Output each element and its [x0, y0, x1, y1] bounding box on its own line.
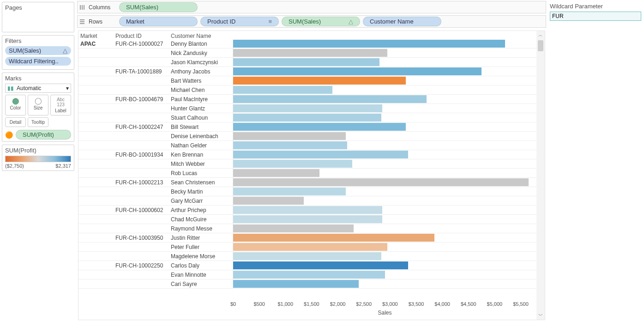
marks-type-dropdown[interactable]: ▮▮ Automatic ▾	[5, 84, 71, 93]
bar-cell[interactable]	[233, 261, 536, 270]
bar[interactable]	[233, 141, 347, 149]
rows-shelf[interactable]: Rows Market Product ID≡ SUM(Sales)△ Cust…	[77, 15, 546, 28]
marks-size-button[interactable]: ◯Size	[28, 95, 48, 115]
bar[interactable]	[233, 188, 346, 195]
pages-shelf[interactable]: Pages	[2, 2, 74, 32]
wildcard-parameter-input[interactable]	[550, 12, 641, 21]
bar[interactable]	[233, 40, 505, 48]
bar-cell[interactable]	[233, 270, 536, 279]
rows-pill-customer-name[interactable]: Customer Name	[363, 17, 441, 26]
color-legend: SUM(Profit) ($2,750) $2,317	[2, 145, 74, 171]
bar-cell[interactable]	[233, 215, 536, 224]
market-cell	[78, 270, 115, 279]
bar[interactable]	[233, 261, 408, 269]
customer-cell: Hunter Glantz	[171, 104, 233, 113]
bar[interactable]	[233, 151, 408, 158]
bar-cell[interactable]	[233, 178, 536, 187]
bar[interactable]	[233, 104, 382, 112]
bar[interactable]	[233, 67, 481, 75]
product-cell	[115, 49, 171, 58]
bar[interactable]	[233, 86, 332, 94]
customer-cell: Sean Christensen	[171, 178, 233, 187]
bar[interactable]	[233, 178, 529, 186]
filter-sum-sales[interactable]: SUM(Sales) △	[5, 46, 71, 55]
bar[interactable]	[233, 160, 352, 168]
market-cell	[78, 58, 115, 67]
bar-cell[interactable]	[233, 169, 536, 178]
bar-cell[interactable]	[233, 76, 536, 85]
bar-cell[interactable]	[233, 95, 536, 104]
bar[interactable]	[233, 252, 381, 260]
bar[interactable]	[233, 95, 427, 103]
bar[interactable]	[233, 169, 319, 177]
scroll-down-icon[interactable]: ﹀	[538, 312, 543, 319]
bar[interactable]	[233, 49, 387, 57]
bar-cell[interactable]	[233, 206, 536, 215]
bar-cell[interactable]	[233, 141, 536, 150]
table-row: Evan Minnotte	[78, 270, 536, 279]
columns-pill-sum-sales[interactable]: SUM(Sales)	[119, 2, 198, 12]
market-cell	[78, 279, 115, 289]
bar[interactable]	[233, 132, 346, 140]
marks-detail-button[interactable]: Detail	[5, 117, 26, 127]
bar-cell[interactable]	[233, 187, 536, 196]
filters-shelf[interactable]: Filters SUM(Sales) △ Wildcard Filtering.…	[2, 35, 74, 70]
bar[interactable]	[233, 114, 381, 122]
bar-cell[interactable]	[233, 85, 536, 95]
columns-shelf[interactable]: Columns SUM(Sales)	[77, 1, 546, 13]
bar-cell[interactable]	[233, 233, 536, 243]
rows-pill-market[interactable]: Market	[119, 17, 198, 26]
bar-cell[interactable]	[233, 67, 536, 76]
legend-gradient[interactable]	[5, 156, 71, 162]
customer-cell: Justin Ritter	[171, 233, 233, 243]
scroll-up-icon[interactable]: ︿	[538, 32, 543, 38]
bar-cell[interactable]	[233, 113, 536, 122]
bar[interactable]	[233, 280, 359, 288]
bar[interactable]	[233, 234, 434, 242]
bar[interactable]	[233, 215, 382, 223]
bar-cell[interactable]	[233, 243, 536, 252]
bar-cell[interactable]	[233, 224, 536, 233]
filter-wildcard[interactable]: Wildcard Filtering..	[5, 57, 71, 66]
marks-tooltip-button[interactable]: Tooltip	[28, 117, 48, 127]
bar-cell[interactable]	[233, 104, 536, 113]
marks-color-button[interactable]: ⬤Color	[5, 95, 26, 115]
bar[interactable]	[233, 243, 387, 251]
bar[interactable]	[233, 225, 354, 232]
table-row: FUR-CH-10002213Sean Christensen	[78, 178, 536, 187]
bar-cell[interactable]	[233, 196, 536, 206]
table-row: Stuart Calhoun	[78, 113, 536, 122]
bar-cell[interactable]	[233, 132, 536, 141]
header-market[interactable]: Market	[78, 33, 115, 39]
scroll-thumb[interactable]	[538, 40, 543, 51]
bar-cell[interactable]	[233, 49, 536, 58]
bar[interactable]	[233, 123, 406, 131]
bar-cell[interactable]	[233, 58, 536, 67]
bar[interactable]	[233, 206, 382, 214]
bar-cell[interactable]	[233, 159, 536, 169]
bar[interactable]	[233, 271, 385, 279]
bar-cell[interactable]	[233, 39, 536, 49]
product-cell: FUR-BO-10004679	[115, 95, 171, 104]
header-product[interactable]: Product ID	[115, 33, 171, 39]
bar-cell[interactable]	[233, 279, 536, 289]
bar-cell[interactable]	[233, 252, 536, 261]
bar[interactable]	[233, 77, 406, 85]
table-row: Nathan Gelder	[78, 141, 536, 150]
vertical-scrollbar[interactable]: ︿ ﹀	[536, 31, 545, 320]
rows-icon	[79, 19, 86, 24]
rows-pill-sum-sales[interactable]: SUM(Sales)△	[282, 17, 360, 26]
market-cell	[78, 113, 115, 122]
customer-cell: Stuart Calhoun	[171, 113, 233, 122]
bar[interactable]	[233, 197, 304, 205]
bar-cell[interactable]	[233, 150, 536, 159]
header-customer[interactable]: Customer Name	[171, 33, 233, 39]
product-cell	[115, 224, 171, 233]
color-pill-sum-profit[interactable]: SUM(Profit)	[16, 130, 71, 140]
size-icon: ◯	[29, 97, 47, 104]
bar-cell[interactable]	[233, 122, 536, 132]
marks-label-button[interactable]: Abc123Label	[50, 95, 71, 115]
bar[interactable]	[233, 58, 379, 66]
customer-cell: Bart Watters	[171, 76, 233, 85]
rows-pill-product-id[interactable]: Product ID≡	[200, 17, 279, 26]
